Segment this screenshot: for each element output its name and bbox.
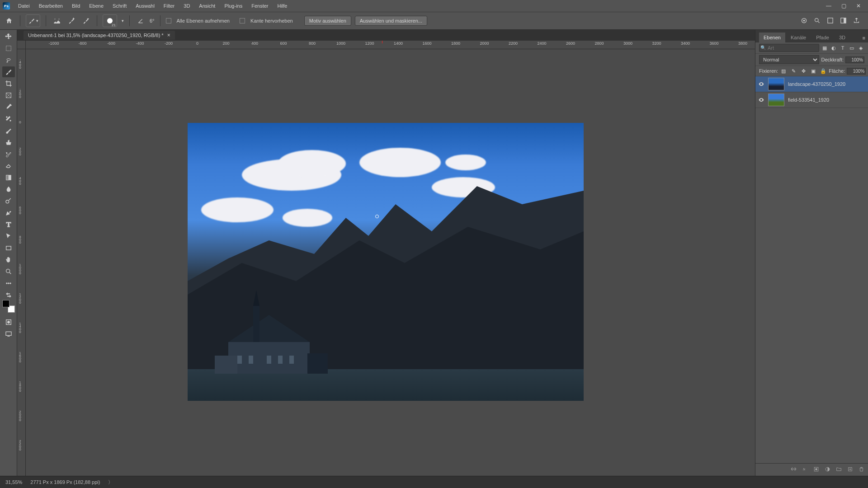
- swap-colors-icon[interactable]: [2, 292, 15, 298]
- lock-all-icon[interactable]: 🔒: [820, 67, 827, 75]
- type-tool[interactable]: [2, 219, 15, 230]
- eraser-tool[interactable]: [2, 160, 15, 171]
- dodge-tool[interactable]: [2, 196, 15, 206]
- blur-tool[interactable]: [2, 184, 15, 195]
- rectangle-tool[interactable]: [2, 243, 15, 253]
- zoom-tool[interactable]: [2, 266, 15, 277]
- gradient-tool[interactable]: [2, 172, 15, 183]
- menu-filter[interactable]: Filter: [159, 2, 179, 10]
- close-icon[interactable]: ×: [167, 32, 170, 38]
- visibility-toggle[interactable]: [758, 97, 764, 103]
- menu-layer[interactable]: Ebene: [85, 2, 108, 10]
- layer-name[interactable]: field-533541_1920: [788, 97, 829, 103]
- foreground-color[interactable]: [2, 300, 9, 307]
- layer-mask-icon[interactable]: [813, 466, 819, 473]
- marquee-tool[interactable]: [2, 43, 15, 54]
- lasso-tool[interactable]: [2, 55, 15, 66]
- panel-menu-icon[interactable]: ≡: [860, 33, 868, 42]
- healing-brush-tool[interactable]: [2, 113, 15, 124]
- path-selection-tool[interactable]: [2, 231, 15, 242]
- tab-channels[interactable]: Kanäle: [786, 33, 811, 42]
- share-icon[interactable]: [853, 17, 860, 25]
- layer-filter-search[interactable]: 🔍: [759, 44, 819, 52]
- canvas-area[interactable]: [26, 49, 755, 476]
- brush-picker[interactable]: 21: [103, 14, 117, 27]
- lock-transparency-icon[interactable]: ▨: [780, 67, 787, 75]
- link-layers-icon[interactable]: [791, 466, 797, 473]
- layer-name[interactable]: landscape-4370250_1920: [788, 81, 845, 87]
- crop-tool[interactable]: [2, 78, 15, 89]
- menu-type[interactable]: Schrift: [108, 2, 131, 10]
- color-swatches[interactable]: [2, 300, 15, 313]
- menu-3d[interactable]: 3D: [179, 2, 194, 10]
- screen-mode-button[interactable]: [2, 328, 15, 339]
- quick-selection-tool[interactable]: [2, 66, 15, 77]
- select-and-mask-button[interactable]: Auswählen und maskieren...: [355, 16, 427, 26]
- brush-tool[interactable]: [2, 125, 15, 136]
- lock-artboard-icon[interactable]: ▣: [810, 67, 817, 75]
- status-more-icon[interactable]: 〉: [108, 479, 113, 486]
- cloud-docs-icon[interactable]: [801, 17, 807, 25]
- tab-layers[interactable]: Ebenen: [759, 33, 785, 42]
- menu-edit[interactable]: Bearbeiten: [34, 2, 67, 10]
- layer-item[interactable]: landscape-4370250_1920: [755, 76, 868, 92]
- document-dimensions[interactable]: 2771 Px x 1869 Px (182,88 ppi): [30, 479, 100, 485]
- lock-position-icon[interactable]: ✥: [800, 67, 807, 75]
- clone-stamp-tool[interactable]: [2, 137, 15, 148]
- new-group-icon[interactable]: [836, 466, 842, 473]
- add-to-selection-button[interactable]: [66, 15, 77, 26]
- visibility-toggle[interactable]: [758, 81, 764, 87]
- menu-plugins[interactable]: Plug-ins: [220, 2, 247, 10]
- filter-adjustment-icon[interactable]: ◐: [830, 44, 837, 52]
- window-maximize-icon[interactable]: ▢: [841, 3, 846, 9]
- fill-input[interactable]: [847, 68, 866, 75]
- hand-tool[interactable]: [2, 254, 15, 265]
- opacity-input[interactable]: [845, 56, 864, 63]
- adjustment-layer-icon[interactable]: [825, 466, 830, 473]
- layer-thumbnail[interactable]: [768, 78, 784, 90]
- tab-3d[interactable]: 3D: [835, 33, 850, 42]
- sample-all-layers-checkbox[interactable]: [166, 18, 171, 23]
- lock-pixels-icon[interactable]: ✎: [790, 67, 797, 75]
- filter-type-icon[interactable]: T: [839, 44, 846, 52]
- move-tool[interactable]: [2, 31, 15, 42]
- eyedropper-tool[interactable]: [2, 102, 15, 113]
- delete-layer-icon[interactable]: [859, 466, 864, 473]
- quick-mask-button[interactable]: [2, 317, 15, 328]
- filter-pixel-icon[interactable]: ▦: [821, 44, 828, 52]
- vertical-ruler[interactable]: -400-20002004006008001000120014001600180…: [17, 49, 26, 476]
- document-tab[interactable]: Unbenannt-1 bei 31,5% (landscape-4370250…: [24, 31, 175, 40]
- layer-item[interactable]: field-533541_1920: [755, 92, 868, 108]
- blend-mode-select[interactable]: Normal: [759, 55, 819, 64]
- filter-smart-icon[interactable]: ◈: [857, 44, 864, 52]
- window-minimize-icon[interactable]: —: [826, 3, 831, 9]
- menu-select[interactable]: Auswahl: [131, 2, 159, 10]
- arrange-documents-icon[interactable]: [827, 17, 834, 25]
- chevron-down-icon[interactable]: ▾: [122, 19, 124, 23]
- angle-icon[interactable]: [135, 15, 146, 26]
- angle-value[interactable]: 6°: [150, 18, 155, 23]
- window-close-icon[interactable]: ✕: [856, 3, 861, 9]
- history-brush-tool[interactable]: [2, 149, 15, 160]
- search-icon[interactable]: [814, 17, 821, 25]
- tool-preset-picker[interactable]: ▾: [26, 14, 40, 27]
- workspace-switcher-icon[interactable]: [840, 17, 847, 25]
- filter-shape-icon[interactable]: ▭: [848, 44, 855, 52]
- zoom-level[interactable]: 31,55%: [5, 479, 22, 485]
- menu-file[interactable]: Datei: [14, 2, 34, 10]
- home-button[interactable]: [4, 15, 14, 26]
- menu-window[interactable]: Fenster: [247, 2, 273, 10]
- tab-paths[interactable]: Pfade: [811, 33, 834, 42]
- new-layer-icon[interactable]: [847, 466, 853, 473]
- horizontal-ruler[interactable]: -1000-800-600-400-2000200400600800100012…: [26, 41, 755, 49]
- layer-thumbnail[interactable]: [768, 94, 784, 106]
- frame-tool[interactable]: [2, 90, 15, 101]
- layer-filter-input[interactable]: [759, 44, 819, 52]
- layer-style-icon[interactable]: fx: [802, 466, 808, 473]
- enhance-edge-checkbox[interactable]: [240, 18, 245, 23]
- menu-view[interactable]: Ansicht: [194, 2, 220, 10]
- pen-tool[interactable]: [2, 207, 15, 218]
- edit-toolbar-button[interactable]: [2, 278, 15, 289]
- menu-image[interactable]: Bild: [67, 2, 85, 10]
- menu-help[interactable]: Hilfe: [273, 2, 292, 10]
